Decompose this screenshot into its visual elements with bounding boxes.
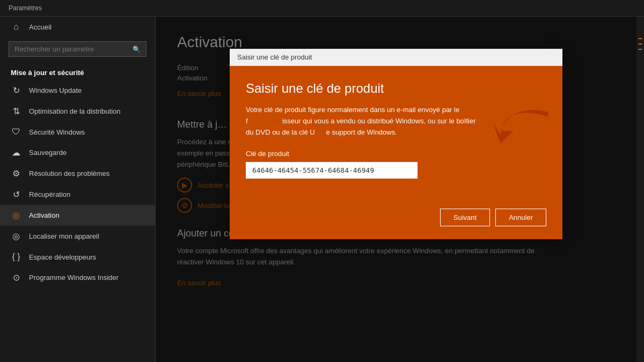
sidebar-item-home[interactable]: ⌂ Accueil [0,17,155,37]
top-bar: Paramètres [0,0,644,17]
search-icon: 🔍 [133,46,141,53]
modal-footer: Suivant Annuler [230,209,562,239]
arrow-decoration [478,89,560,171]
right-hints [636,17,644,362]
sidebar-item-insider[interactable]: ⊙ Programme Windows Insider [0,267,155,288]
cancel-button[interactable]: Annuler [495,209,546,226]
hint-line-3 [638,49,642,50]
hint-line-2 [638,43,642,45]
main-content: Activation Édition Windows 10 Famille Ac… [156,17,636,362]
app-title: Paramètres [9,4,42,12]
modal-window: Saisir une clé de produit Saisir une clé… [230,49,562,239]
next-button[interactable]: Suivant [440,209,490,226]
update-icon: ↻ [11,85,21,95]
sidebar: ⌂ Accueil 🔍 Mise à jour et sécurité ↻ Wi… [0,17,156,362]
recovery-icon: ↺ [11,189,21,200]
modal-overlay: Saisir une clé de produit Saisir une clé… [156,17,636,362]
sidebar-item-troubleshoot[interactable]: ⚙ Résolution des problèmes [0,163,155,184]
home-icon: ⌂ [11,22,21,32]
sidebar-item-windows-update[interactable]: ↻ Windows Update [0,80,155,101]
modal-titlebar: Saisir une clé de produit [230,49,562,66]
distribution-icon: ⇅ [11,106,21,116]
security-icon: 🛡 [11,127,21,137]
modal-description: Votre clé de produit figure normalement … [246,105,477,138]
sidebar-group-label: Mise à jour et sécurité [0,63,155,80]
troubleshoot-icon: ⚙ [11,168,21,179]
sidebar-item-backup[interactable]: ☁ Sauvegarde [0,142,155,163]
locate-icon: ◎ [11,231,21,241]
insider-icon: ⊙ [11,272,21,283]
sidebar-item-activation[interactable]: ◎ Activation [0,205,155,226]
modal-input-row [246,162,546,179]
sidebar-item-distribution[interactable]: ⇅ Optimisation de la distribution [0,101,155,122]
modal-body: Saisir une clé de produit Votre clé de p… [230,66,562,209]
search-box[interactable]: 🔍 [9,41,147,57]
hint-line-1 [638,38,642,39]
sidebar-item-dev[interactable]: { } Espace développeurs [0,247,155,267]
search-input[interactable] [14,45,133,53]
backup-icon: ☁ [11,147,21,158]
activation-icon: ◎ [11,210,21,220]
sidebar-item-recovery[interactable]: ↺ Récupération [0,184,155,205]
sidebar-item-security[interactable]: 🛡 Sécurité Windows [0,122,155,142]
product-key-input[interactable] [246,162,418,179]
sidebar-item-locate[interactable]: ◎ Localiser mon appareil [0,226,155,247]
dev-icon: { } [11,252,21,262]
